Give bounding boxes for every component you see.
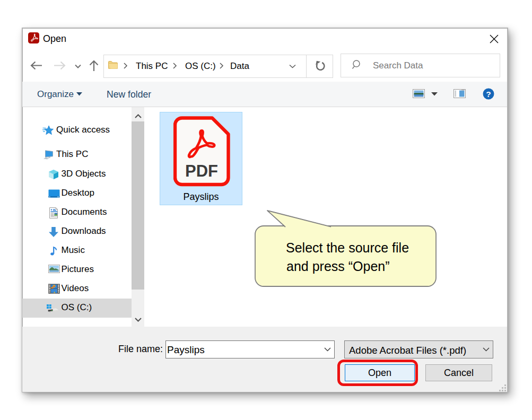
svg-text:PDF: PDF: [185, 162, 218, 180]
svg-text:?: ?: [486, 90, 491, 99]
